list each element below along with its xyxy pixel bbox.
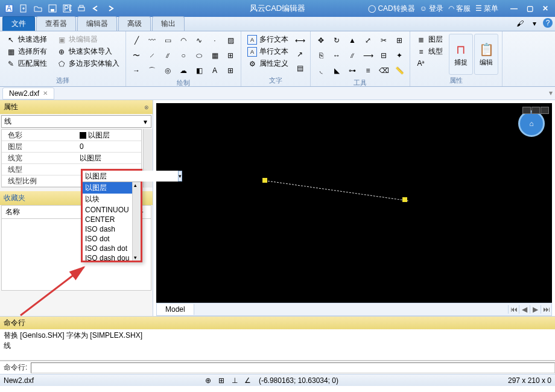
help-icon[interactable]: ?	[543, 18, 553, 28]
field-icon[interactable]: ▤	[293, 62, 306, 75]
stretch-icon[interactable]: ↔	[330, 49, 343, 62]
explode-icon[interactable]: ✦	[393, 49, 406, 62]
login-link[interactable]: ☺登录	[420, 4, 443, 14]
block-editor-button[interactable]: ▣块编辑器	[54, 34, 122, 45]
maximize-button[interactable]: ▢	[522, 2, 537, 14]
linetype-option[interactable]: ISO dash dou	[83, 253, 132, 261]
linetype-option[interactable]: CENTER	[83, 215, 132, 224]
scroll-last-icon[interactable]: ⏭	[541, 305, 551, 314]
copy-icon[interactable]: ⎘	[314, 49, 328, 62]
insert-icon[interactable]: ⊞	[224, 49, 237, 62]
circle-icon[interactable]: ○	[177, 49, 190, 62]
tab-file[interactable]: 文件	[2, 16, 35, 31]
linetype-button[interactable]: ≡线型	[414, 46, 445, 57]
panel-pin-icon[interactable]: ⊗	[144, 104, 149, 110]
command-input[interactable]	[31, 362, 555, 373]
prop-row-color[interactable]: 色彩以图层	[2, 130, 141, 141]
rotate-icon[interactable]: ↻	[330, 34, 343, 47]
text-icon[interactable]: A	[208, 64, 221, 77]
snap-button[interactable]: ⊓捕捉	[449, 34, 473, 75]
grip-point[interactable]	[402, 197, 407, 202]
drawing-canvas[interactable]: ⌂	[156, 103, 552, 303]
chevron-down-icon[interactable]: ▾	[178, 171, 182, 182]
ortho-toggle-icon[interactable]: ⊥	[230, 376, 239, 385]
arc2-icon[interactable]: ⌒	[145, 64, 159, 77]
chamfer-icon[interactable]: ◣	[330, 64, 343, 77]
measure-icon[interactable]: 📏	[393, 64, 406, 77]
align-icon[interactable]: ≡	[361, 64, 375, 77]
print-icon[interactable]	[75, 2, 88, 15]
linetype-combo-input[interactable]	[83, 171, 178, 182]
grip-point[interactable]	[262, 178, 267, 183]
mirror-icon[interactable]: ▲	[346, 34, 359, 47]
minimize-button[interactable]: —	[507, 2, 521, 14]
cloud-icon[interactable]: ☁	[177, 64, 190, 77]
close-doc-icon[interactable]: ✕	[43, 90, 48, 96]
hatch-icon[interactable]: ▨	[224, 34, 237, 47]
scale-icon[interactable]: ⤢	[361, 34, 375, 47]
poly-input-button[interactable]: ⬠多边形实体输入	[54, 58, 122, 69]
tab-output[interactable]: 输出	[152, 16, 185, 31]
edit-button[interactable]: 📋编辑	[474, 34, 498, 75]
match-props-button[interactable]: ✎匹配属性	[4, 58, 49, 69]
break-icon[interactable]: ⊟	[377, 49, 390, 62]
spline-icon[interactable]: 〜	[130, 49, 143, 62]
move-icon[interactable]: ✥	[314, 34, 328, 47]
prop-row-layer[interactable]: 图层0	[2, 141, 141, 153]
tab-editor[interactable]: 编辑器	[77, 16, 117, 31]
linetype-option[interactable]: ISO dash dot	[83, 244, 132, 253]
new-icon[interactable]	[17, 2, 30, 15]
join-icon[interactable]: ⊶	[346, 64, 359, 77]
ray-icon[interactable]: →	[130, 64, 143, 77]
dropdown-scrollbar[interactable]	[132, 182, 141, 261]
app-logo-icon[interactable]: A	[2, 2, 16, 15]
cad-converter-link[interactable]: ◯CAD转换器	[368, 4, 414, 14]
point-icon[interactable]: ·	[208, 34, 221, 47]
support-link[interactable]: ◠客服	[448, 4, 471, 14]
model-tab[interactable]: Model	[157, 304, 194, 315]
linetype-option[interactable]: ISO dot	[83, 234, 132, 244]
menu-link[interactable]: ☰菜单	[475, 4, 498, 14]
rect-icon[interactable]: ▭	[161, 34, 174, 47]
dim-icon[interactable]: ⟷	[293, 34, 306, 47]
line-icon[interactable]: ╱	[130, 34, 143, 47]
polyline-icon[interactable]: 〰	[145, 34, 159, 47]
grid-toggle-icon[interactable]: ⊞	[217, 376, 226, 385]
leader-icon[interactable]: ↗	[293, 48, 306, 61]
inner-restore-icon[interactable]	[531, 107, 540, 114]
mline-icon[interactable]: ⫽	[161, 49, 174, 62]
quick-import-button[interactable]: ⊕快速实体导入	[54, 46, 122, 57]
entity-type-selector[interactable]: 线 ▾	[1, 115, 151, 128]
save-icon[interactable]	[46, 2, 59, 15]
select-all-button[interactable]: ▦选择所有	[4, 46, 49, 57]
mtext-button[interactable]: A多行文本	[245, 34, 291, 45]
image-icon[interactable]: ▦	[208, 49, 221, 62]
polar-toggle-icon[interactable]: ∠	[243, 376, 253, 385]
inner-minimize-icon[interactable]	[522, 107, 531, 114]
ribbon-dropdown-icon[interactable]: ▾	[528, 18, 541, 29]
close-button[interactable]: ✕	[538, 2, 553, 14]
undo-icon[interactable]	[89, 2, 103, 15]
chevron-down-icon[interactable]: ▾	[141, 118, 150, 126]
redo-icon[interactable]	[104, 2, 117, 15]
trim-icon[interactable]: ✂	[377, 34, 390, 47]
snap-toggle-icon[interactable]: ⊕	[203, 376, 213, 385]
save-pdf-icon[interactable]: PDF	[60, 2, 74, 15]
stext-button[interactable]: A单行文本	[245, 46, 291, 57]
style-button[interactable]: Aᵃ	[414, 58, 445, 69]
scroll-next-icon[interactable]: ▶	[530, 305, 541, 314]
doc-tab-active[interactable]: New2.dxf✕	[2, 87, 54, 100]
tab-advanced[interactable]: 高级	[118, 16, 151, 31]
doc-tab-dropdown-icon[interactable]: ▾	[549, 89, 553, 97]
arc-icon[interactable]: ◠	[177, 34, 190, 47]
table-icon[interactable]: ⊞	[224, 64, 237, 77]
linetype-option[interactable]: 以块	[83, 194, 132, 205]
region-icon[interactable]: ◧	[192, 64, 206, 77]
prop-row-lineweight[interactable]: 线宽以图层	[2, 153, 141, 164]
attrdef-button[interactable]: ⚙属性定义	[245, 58, 291, 69]
view-compass-icon[interactable]: ⌂	[518, 110, 545, 137]
fillet-icon[interactable]: ◟	[314, 64, 328, 77]
ellipse-icon[interactable]: ⬭	[192, 49, 206, 62]
tab-viewer[interactable]: 查看器	[36, 16, 76, 31]
array-icon[interactable]: ⊞	[393, 34, 406, 47]
